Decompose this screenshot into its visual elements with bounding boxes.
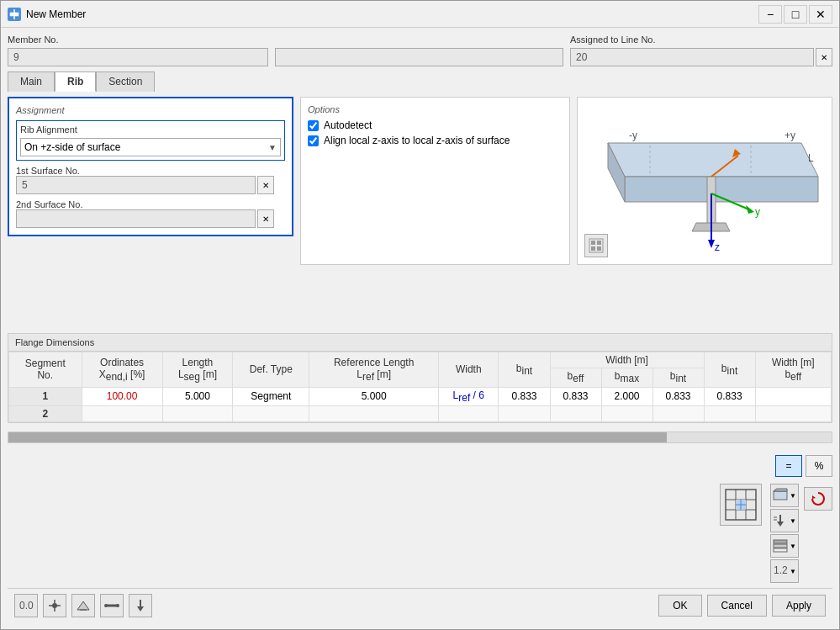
svg-rect-22 xyxy=(597,241,601,245)
horizontal-scrollbar[interactable] xyxy=(8,431,832,443)
svg-text:+y: +y xyxy=(785,130,795,141)
autodetect-checkbox[interactable] xyxy=(308,120,319,131)
flange-table-container[interactable]: SegmentNo. OrdinatesXend,i [%] LengthLse… xyxy=(8,352,832,422)
surface2-input[interactable] xyxy=(16,209,256,228)
layers-btn[interactable]: ▼ xyxy=(770,534,799,558)
tab-rib[interactable]: Rib xyxy=(55,71,96,92)
svg-text:0.00: 0.00 xyxy=(19,600,34,611)
member-no-input[interactable] xyxy=(8,48,268,66)
title-bar: New Member − □ ✕ xyxy=(1,1,839,28)
col-b-eff: beff xyxy=(550,368,601,387)
cell-length: 5.000 xyxy=(162,387,233,405)
col-segment: SegmentNo. xyxy=(9,352,82,387)
node-icon-btn[interactable] xyxy=(43,594,66,617)
rib-alignment-container: Rib Alignment On +z-side of surface ▼ xyxy=(16,120,285,161)
cell-def-type: Segment xyxy=(233,387,309,405)
top-row: Member No. Assigned to Line No. ✕ xyxy=(8,34,832,66)
svg-marker-2 xyxy=(608,143,818,177)
window-controls: − □ ✕ xyxy=(758,5,832,24)
cell-b-eff2: 0.833 xyxy=(704,387,755,405)
surface-icon-btn[interactable] xyxy=(71,594,95,617)
grid-display xyxy=(720,484,762,526)
view-btn-arrow: ▼ xyxy=(790,492,796,500)
flange-section: Flange Dimensions SegmentNo. OrdinatesXe… xyxy=(8,333,832,423)
cell-empty3 xyxy=(233,406,309,422)
view-3d-btn[interactable]: ▼ xyxy=(770,484,799,507)
col-def-type: Def. Type xyxy=(233,352,309,387)
apply-button[interactable]: Apply xyxy=(772,595,826,617)
col-b-int3: bint xyxy=(652,368,704,387)
col-b-int2: bint xyxy=(704,352,755,387)
tab-main[interactable]: Main xyxy=(8,71,55,92)
assigned-group: Assigned to Line No. ✕ xyxy=(570,34,832,66)
coordinate-icon: 0.00 xyxy=(18,598,34,613)
cell-b-max: 2.000 xyxy=(601,387,652,405)
cell-empty1 xyxy=(82,406,162,422)
autodetect-label: Autodetect xyxy=(324,119,372,131)
svg-marker-45 xyxy=(812,495,816,499)
cell-empty4 xyxy=(309,406,439,422)
title-left: New Member xyxy=(8,8,86,21)
col-ordinates: OrdinatesXend,i [%] xyxy=(82,352,162,387)
scroll-thumb xyxy=(8,432,667,442)
cell-empty9 xyxy=(652,406,704,422)
col-length: LengthLseg [m] xyxy=(162,352,233,387)
svg-rect-42 xyxy=(774,544,787,548)
surface2-clear-btn[interactable]: ✕ xyxy=(257,209,274,228)
cell-empty5 xyxy=(439,406,499,422)
load-icon-btn[interactable] xyxy=(129,594,152,617)
col-b-max: bmax xyxy=(601,368,652,387)
rotate-icon xyxy=(810,490,827,507)
3d-visualization: z y -y xyxy=(583,109,827,252)
options-title: Options xyxy=(308,104,563,114)
col-width-m-right: Width [m]beff xyxy=(755,352,831,387)
middle-input[interactable] xyxy=(275,48,563,66)
svg-point-53 xyxy=(104,604,108,607)
rotate-btn[interactable] xyxy=(804,487,832,511)
dropdown-arrow-icon: ▼ xyxy=(268,143,277,152)
3d-view-icon xyxy=(773,488,788,503)
member-icon xyxy=(104,598,119,613)
version-btn[interactable]: 1.2.3 ▼ xyxy=(770,559,799,583)
flange-table: SegmentNo. OrdinatesXend,i [%] LengthLse… xyxy=(8,352,832,422)
assigned-clear-btn[interactable]: ✕ xyxy=(816,48,832,66)
sort-btn-arrow: ▼ xyxy=(790,517,796,525)
right-area: = % xyxy=(720,452,832,583)
tab-section[interactable]: Section xyxy=(96,71,155,92)
align-z-row: Align local z-axis to local z-axis of su… xyxy=(308,135,563,146)
assigned-input[interactable] xyxy=(570,48,814,66)
align-z-label: Align local z-axis to local z-axis of su… xyxy=(324,135,510,146)
app-icon xyxy=(8,8,21,21)
arrow-down-btn[interactable]: ▼ xyxy=(770,509,799,532)
vis-settings-btn[interactable] xyxy=(584,234,608,257)
rib-alignment-dropdown[interactable]: On +z-side of surface ▼ xyxy=(20,138,281,156)
svg-text:z: z xyxy=(715,241,720,252)
grid-view-area xyxy=(720,484,762,526)
minimize-button[interactable]: − xyxy=(758,5,782,24)
svg-marker-36 xyxy=(774,489,787,491)
surface1-clear-btn[interactable]: ✕ xyxy=(257,176,274,194)
svg-text:-y: -y xyxy=(629,130,637,141)
ok-button[interactable]: OK xyxy=(658,595,701,617)
coordinate-icon-btn[interactable]: 0.00 xyxy=(14,594,38,617)
svg-rect-23 xyxy=(591,246,595,251)
svg-rect-24 xyxy=(597,246,601,251)
svg-marker-56 xyxy=(137,606,144,611)
member-icon-btn[interactable] xyxy=(100,594,124,617)
maximize-button[interactable]: □ xyxy=(784,5,807,24)
surface-icon xyxy=(76,598,91,613)
cancel-button[interactable]: Cancel xyxy=(707,595,767,617)
window-title: New Member xyxy=(26,8,86,20)
surface1-input[interactable] xyxy=(16,176,256,194)
svg-marker-10 xyxy=(708,240,715,248)
close-button[interactable]: ✕ xyxy=(809,5,832,24)
percent-format-btn[interactable]: % xyxy=(806,455,832,477)
cell-empty11 xyxy=(755,406,831,422)
scroll-track xyxy=(8,432,832,442)
align-z-checkbox[interactable] xyxy=(308,135,319,146)
cell-empty7 xyxy=(550,406,601,422)
table-format-btn[interactable]: = xyxy=(775,455,802,477)
surface2-label: 2nd Surface No. xyxy=(16,199,285,209)
svg-point-54 xyxy=(116,604,119,607)
vis-toolbar xyxy=(584,234,608,257)
